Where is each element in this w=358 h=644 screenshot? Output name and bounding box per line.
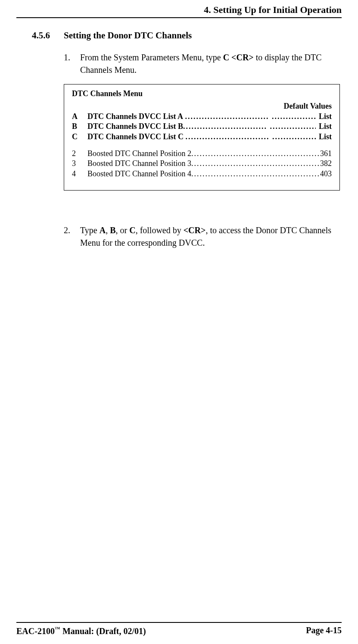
menu-row-value: List (318, 122, 332, 131)
trademark-symbol: ™ (55, 625, 60, 632)
text: , or (116, 225, 130, 235)
bold-text: B (110, 225, 115, 235)
section-number: 4.5.6 (32, 30, 64, 41)
menu-title: DTC Channels Menu (72, 89, 332, 99)
text: , followed by (136, 225, 184, 235)
bold-text: C (129, 225, 135, 235)
text: , (106, 225, 110, 235)
step-number: 2. (64, 224, 80, 249)
menu-row-key: 3 (72, 159, 87, 169)
leader-dots (191, 149, 319, 159)
page-number: Page 4-15 (306, 625, 342, 636)
footer-left: EAC-2100™ Manual: (Draft, 02/01) (16, 625, 146, 636)
menu-row-key: 4 (72, 169, 87, 179)
bold-text: A (100, 225, 106, 235)
section-title: Setting the Donor DTC Channels (64, 30, 192, 41)
menu-row-key: C (72, 132, 87, 142)
step-number: 1. (64, 51, 80, 76)
footer-rule (16, 622, 342, 623)
menu-row: B DTC Channels DVCC List B List (72, 122, 332, 131)
menu-row-value: 403 (319, 169, 332, 179)
menu-row: 2 Boosted DTC Channel Position 2 361 (72, 149, 332, 159)
page-footer: EAC-2100™ Manual: (Draft, 02/01) Page 4-… (16, 622, 342, 636)
dtc-channels-menu-box: DTC Channels Menu Default Values A DTC C… (64, 84, 340, 191)
menu-row-value: List (318, 132, 332, 142)
product-name: EAC-2100 (16, 626, 55, 636)
menu-row: 4 Boosted DTC Channel Position 4 403 (72, 169, 332, 179)
menu-row-label: DTC Channels DVCC List C (87, 132, 184, 142)
text: From the System Parameters Menu, type (80, 53, 223, 62)
section-heading: 4.5.6 Setting the Donor DTC Channels (32, 30, 342, 41)
text: Type (80, 225, 100, 235)
menu-row-value: List (318, 112, 332, 122)
menu-row: C DTC Channels DVCC List C List (72, 132, 332, 142)
menu-row-label: Boosted DTC Channel Position 4 (87, 169, 191, 179)
bold-text: C <CR> (223, 53, 254, 62)
step-body: From the System Parameters Menu, type C … (80, 51, 342, 76)
menu-row-label: Boosted DTC Channel Position 2 (87, 149, 191, 159)
menu-row-label: DTC Channels DVCC List B (87, 122, 183, 131)
leader-dots (191, 159, 319, 169)
leader-dots (186, 132, 316, 142)
menu-gap (72, 142, 332, 149)
bold-text: <CR> (184, 225, 206, 235)
leader-dots (185, 112, 316, 122)
step-body: Type A, B, or C, followed by <CR>, to ac… (80, 224, 342, 249)
leader-dots (183, 122, 316, 131)
menu-row-value: 361 (319, 149, 332, 159)
header-rule (16, 17, 342, 18)
manual-info: Manual: (Draft, 02/01) (60, 626, 146, 636)
step-1: 1. From the System Parameters Menu, type… (64, 51, 342, 76)
chapter-header: 4. Setting Up for Initial Operation (16, 0, 342, 17)
menu-row-label: Boosted DTC Channel Position 3 (87, 159, 191, 169)
menu-row-key: B (72, 122, 87, 131)
menu-row: A DTC Channels DVCC List A List (72, 112, 332, 122)
step-2: 2. Type A, B, or C, followed by <CR>, to… (64, 224, 342, 249)
menu-row-key: 2 (72, 149, 87, 159)
default-values-label: Default Values (72, 101, 332, 111)
menu-row-label: DTC Channels DVCC List A (87, 112, 183, 122)
menu-row: 3 Boosted DTC Channel Position 3 382 (72, 159, 332, 169)
menu-row-value: 382 (319, 159, 332, 169)
menu-row-key: A (72, 112, 87, 122)
leader-dots (191, 169, 319, 179)
